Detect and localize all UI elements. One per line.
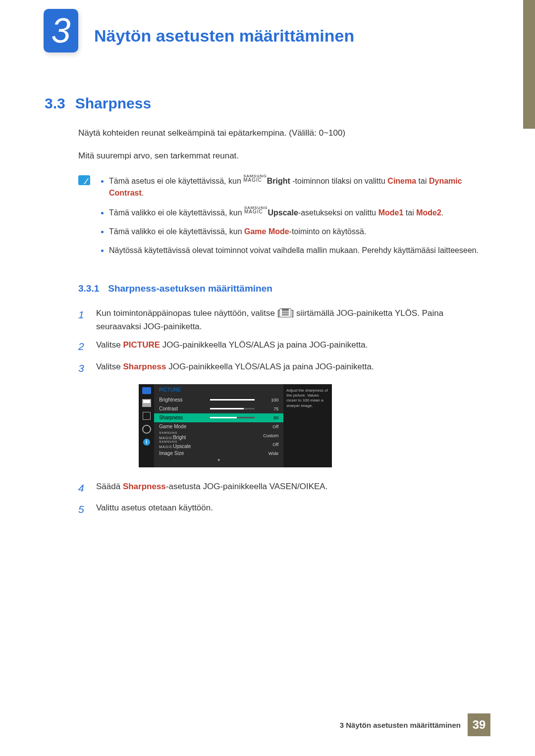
note-block: Tämä asetus ei ole käytettävissä, kun SA… <box>78 174 490 263</box>
note-item: Näytössä käytettävissä olevat toiminnot … <box>109 245 490 256</box>
picture-icon <box>142 399 151 407</box>
osd-help: Adjust the sharpness of the picture. Val… <box>283 384 332 467</box>
step-num: 3 <box>78 360 87 377</box>
osd-row: Contrast75 <box>159 404 278 413</box>
step: 1 Kun toimintonäppäinopas tulee näyttöön… <box>78 306 490 333</box>
osd-title: PICTURE <box>159 387 278 393</box>
section-num: 3.3 <box>45 95 65 111</box>
section-heading: 3.3Sharpness <box>45 95 490 112</box>
chapter-title: Näytön asetusten määrittäminen <box>94 9 535 46</box>
arrows-icon <box>143 412 151 420</box>
menu-icon <box>279 308 291 317</box>
step: 4 Säädä Sharpness-asetusta JOG-painikkee… <box>78 480 490 497</box>
note-item: Tämä valikko ei ole käytettävissä, kun G… <box>109 226 490 238</box>
osd-sidebar: i <box>139 384 154 467</box>
note-icon <box>78 175 90 185</box>
intro-p1: Näytä kohteiden reunat selkeämpinä tai e… <box>78 127 490 140</box>
subsection-title: Sharpness-asetuksen määrittäminen <box>108 283 272 294</box>
step: 2 Valitse PICTURE JOG-painikkeella YLÖS/… <box>78 338 490 355</box>
step-num: 4 <box>78 480 87 497</box>
note-list: Tämä asetus ei ole käytettävissä, kun SA… <box>100 174 490 263</box>
subsection-heading: 3.3.1Sharpness-asetuksen määrittäminen <box>78 283 490 294</box>
step-list: 1 Kun toimintonäppäinopas tulee näyttöön… <box>78 306 490 377</box>
monitor-icon <box>142 387 151 394</box>
intro-p2: Mitä suurempi arvo, sen tarkemmat reunat… <box>78 150 490 162</box>
osd-row: SAMSUNGMAGICUpscaleOff <box>159 440 278 449</box>
step-num: 2 <box>78 338 87 355</box>
osd-row: SAMSUNGMAGICBrightCustom <box>159 431 278 440</box>
osd-row: Brightness100 <box>159 396 278 404</box>
step: 3 Valitse Sharpness JOG-painikkeella YLÖ… <box>78 360 490 377</box>
osd-row: Game ModeOff <box>159 422 278 431</box>
section-title: Sharpness <box>75 95 151 111</box>
chapter-header: 3 Näytön asetusten määrittäminen <box>0 0 535 46</box>
chevron-down-icon: ▼ <box>159 458 278 462</box>
step-list-cont: 4 Säädä Sharpness-asetusta JOG-painikkee… <box>78 480 490 518</box>
osd-main: PICTURE Brightness100Contrast75Sharpness… <box>154 384 283 467</box>
osd-row: Image SizeWide <box>159 449 278 458</box>
subsection-num: 3.3.1 <box>78 283 99 294</box>
footer-text: 3 Näytön asetusten määrittäminen <box>340 721 468 729</box>
osd-screenshot: i PICTURE Brightness100Contrast75Sharpne… <box>139 384 490 467</box>
page-footer: 3 Näytön asetusten määrittäminen 39 <box>340 713 490 736</box>
step-num: 5 <box>78 501 87 518</box>
note-item: Tämä valikko ei ole käytettävissä, kun S… <box>109 206 490 219</box>
chapter-tab: 3 <box>44 9 78 52</box>
gear-icon <box>142 425 151 434</box>
note-item: Tämä asetus ei ole käytettävissä, kun SA… <box>109 174 490 199</box>
step-num: 1 <box>78 306 87 333</box>
osd-row: Sharpness60 <box>154 413 283 422</box>
page-number: 39 <box>468 713 490 736</box>
step: 5 Valittu asetus otetaan käyttöön. <box>78 501 490 518</box>
info-icon: i <box>143 439 150 446</box>
